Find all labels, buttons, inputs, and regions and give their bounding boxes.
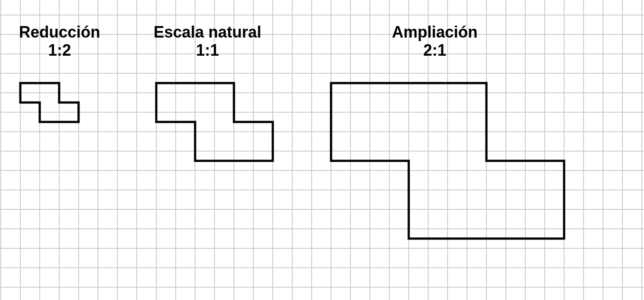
shape-natural xyxy=(156,83,273,161)
shape-ampliation xyxy=(331,83,564,239)
shapes-layer xyxy=(0,0,644,300)
shape-reduction xyxy=(20,83,79,122)
